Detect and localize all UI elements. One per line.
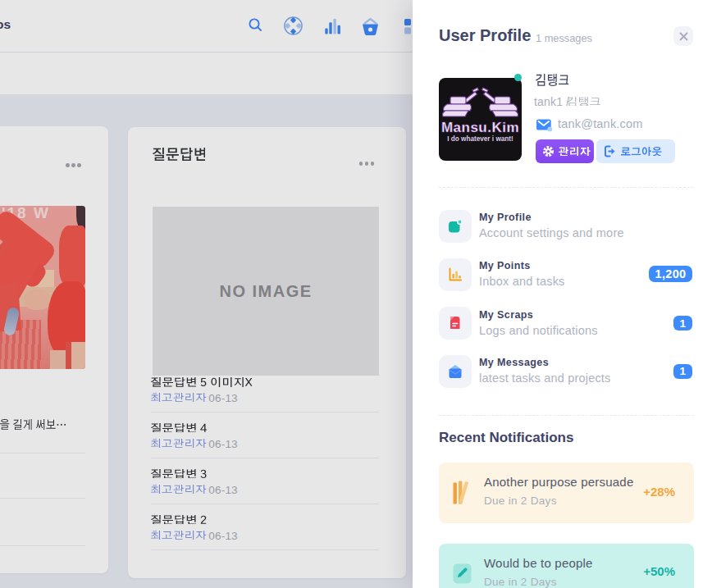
svg-text:I do whatever i want!: I do whatever i want! — [447, 135, 513, 143]
svg-text:Mansu.Kim: Mansu.Kim — [441, 120, 519, 135]
